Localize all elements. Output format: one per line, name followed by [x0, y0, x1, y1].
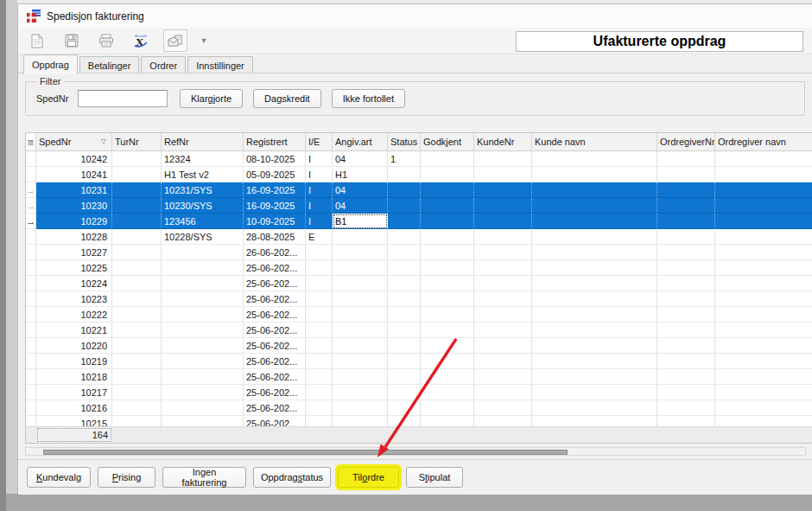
- cell-refnr[interactable]: H1 Test v2: [162, 167, 244, 182]
- table-row[interactable]: 1022125-06-202...: [26, 323, 812, 338]
- cell-status[interactable]: [388, 214, 421, 229]
- cell-kundenr[interactable]: [474, 245, 532, 260]
- cell-spednr[interactable]: 10224: [36, 276, 112, 291]
- cell-angiv-art[interactable]: 04: [333, 151, 388, 167]
- cell-status[interactable]: [388, 245, 421, 260]
- cell-i-e[interactable]: E: [306, 229, 333, 245]
- cell-godkjent[interactable]: [421, 385, 474, 400]
- cell-godkjent[interactable]: [421, 291, 474, 307]
- cell-kundenr[interactable]: [474, 323, 532, 338]
- cell-ordregivernr[interactable]: [657, 151, 715, 167]
- column-header-refnr[interactable]: RefNr: [162, 133, 244, 150]
- tab-ordrer[interactable]: Ordrer: [141, 56, 186, 73]
- cell-registrert[interactable]: 16-09-2025: [244, 182, 306, 198]
- cell-kundenr[interactable]: [474, 400, 532, 416]
- cell-refnr[interactable]: [162, 291, 244, 307]
- cell-spednr[interactable]: 10219: [36, 354, 112, 369]
- cell-ordregiver-navn[interactable]: [715, 323, 812, 338]
- cell-ordregivernr[interactable]: [657, 167, 715, 182]
- tab-betalinger[interactable]: Betalinger: [79, 56, 140, 73]
- cell-i-e[interactable]: I: [306, 214, 333, 229]
- cell-status[interactable]: [388, 416, 421, 426]
- cell-kunde-navn[interactable]: [532, 400, 657, 416]
- table-row[interactable]: →1023010230/SYS16-09-2025I04: [26, 198, 812, 214]
- cell-spednr[interactable]: 10222: [36, 307, 112, 323]
- cell-status[interactable]: [388, 400, 421, 416]
- cell-godkjent[interactable]: [421, 338, 474, 354]
- cell-status[interactable]: [388, 338, 421, 354]
- cell-turnr[interactable]: [112, 338, 162, 354]
- cell-ordregivernr[interactable]: [657, 385, 715, 400]
- cell-godkjent[interactable]: [421, 214, 474, 229]
- cell-refnr[interactable]: [162, 385, 244, 400]
- cell-godkjent[interactable]: [421, 182, 474, 198]
- cell-kundenr[interactable]: [474, 416, 532, 426]
- cell-status[interactable]: [388, 167, 421, 182]
- cell-i-e[interactable]: [306, 291, 333, 307]
- footer-button-oppdrag-status[interactable]: Oppdrag status: [253, 467, 331, 488]
- cell-angiv-art[interactable]: B1: [333, 214, 388, 229]
- cell-registrert[interactable]: 05-09-2025: [244, 167, 306, 182]
- cell-spednr[interactable]: 10241: [36, 167, 112, 182]
- cell-refnr[interactable]: 10228/SYS: [162, 229, 244, 245]
- cell-kunde-navn[interactable]: [532, 214, 657, 229]
- filter-button-klargjorte[interactable]: Klargjorte: [180, 89, 243, 108]
- cell-ordregiver-navn[interactable]: [715, 416, 812, 426]
- table-row[interactable]: 102421232408-10-2025I041: [26, 151, 812, 167]
- cell-ordregivernr[interactable]: [657, 214, 715, 229]
- cell-turnr[interactable]: [112, 198, 162, 214]
- cell-refnr[interactable]: 10230/SYS: [162, 198, 244, 214]
- cell-registrert[interactable]: 25-06-202...: [244, 307, 306, 323]
- cell-i-e[interactable]: [306, 385, 333, 400]
- cell-angiv-art[interactable]: [333, 323, 388, 338]
- cell-ordregivernr[interactable]: [657, 307, 715, 323]
- cell-godkjent[interactable]: [421, 307, 474, 323]
- cell-turnr[interactable]: [112, 323, 162, 338]
- cell-registrert[interactable]: 16-09-2025: [244, 198, 306, 214]
- cell-status[interactable]: [388, 276, 421, 291]
- column-header-ordregivernr[interactable]: OrdregiverNr: [657, 133, 715, 150]
- cell-registrert[interactable]: 25-06-202...: [244, 369, 306, 385]
- cell-ordregivernr[interactable]: [657, 276, 715, 291]
- cell-registrert[interactable]: 10-09-2025: [244, 214, 306, 229]
- cell-refnr[interactable]: 123456: [162, 214, 244, 229]
- table-row[interactable]: 10241H1 Test v205-09-2025IH1: [26, 167, 812, 182]
- cell-i-e[interactable]: I: [306, 167, 333, 182]
- cell-refnr[interactable]: [162, 323, 244, 338]
- cell-angiv-art[interactable]: 04: [333, 182, 388, 198]
- cell-i-e[interactable]: I: [306, 198, 333, 214]
- cell-refnr[interactable]: 12324: [162, 151, 244, 167]
- cell-spednr[interactable]: 10218: [36, 369, 112, 385]
- spednr-input[interactable]: [78, 90, 168, 107]
- cell-refnr[interactable]: [162, 416, 244, 426]
- cell-status[interactable]: [388, 307, 421, 323]
- cell-angiv-art[interactable]: [333, 400, 388, 416]
- cell-ordregiver-navn[interactable]: [715, 276, 812, 291]
- cell-status[interactable]: [388, 323, 421, 338]
- filter-button-ikke-fortollet[interactable]: Ikke fortollet: [332, 89, 405, 108]
- cell-ordregivernr[interactable]: [657, 291, 715, 307]
- footer-button-ingen-fakturering[interactable]: Ingen fakturering: [162, 467, 246, 488]
- cell-angiv-art[interactable]: [333, 245, 388, 260]
- cell-registrert[interactable]: 25-06-202...: [244, 276, 306, 291]
- footer-button-stipulat[interactable]: Stipulat: [406, 467, 463, 488]
- cell-ordregiver-navn[interactable]: [715, 400, 812, 416]
- cell-godkjent[interactable]: [421, 276, 474, 291]
- cell-angiv-art[interactable]: H1: [333, 167, 388, 182]
- cell-registrert[interactable]: 28-08-2025: [244, 229, 306, 245]
- cell-kunde-navn[interactable]: [532, 323, 657, 338]
- table-row[interactable]: 1021925-06-202...: [26, 354, 812, 369]
- cell-kundenr[interactable]: [474, 167, 532, 182]
- table-row[interactable]: 1022810228/SYS28-08-2025E: [26, 229, 812, 245]
- horizontal-scrollbar-thumb[interactable]: [43, 450, 568, 455]
- tab-innstillinger[interactable]: Innstillinger: [187, 56, 253, 73]
- cell-kunde-navn[interactable]: [532, 167, 657, 182]
- new-document-button[interactable]: [25, 29, 49, 52]
- cell-godkjent[interactable]: [421, 198, 474, 214]
- cell-ordregiver-navn[interactable]: [715, 291, 812, 307]
- cell-angiv-art[interactable]: 04: [333, 198, 388, 214]
- cell-godkjent[interactable]: [421, 416, 474, 426]
- cell-i-e[interactable]: I: [306, 182, 333, 198]
- table-row[interactable]: 1022025-06-202...: [26, 338, 812, 354]
- cell-ordregiver-navn[interactable]: [715, 245, 812, 260]
